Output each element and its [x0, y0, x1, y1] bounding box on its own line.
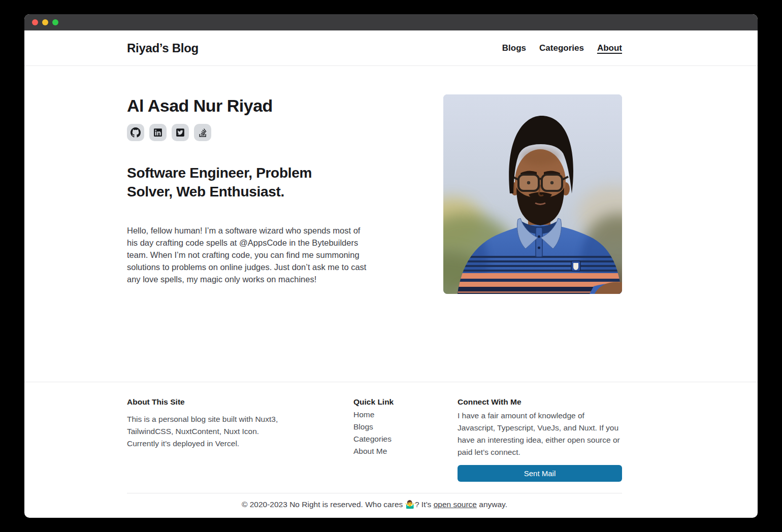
- footer-about-heading: About This Site: [127, 397, 279, 407]
- copyright-text: © 2020-2023 No Right is reserved. Who ca…: [242, 500, 405, 509]
- twitter-link[interactable]: [172, 124, 189, 141]
- github-link[interactable]: [127, 124, 144, 141]
- stackoverflow-link[interactable]: [194, 124, 211, 141]
- nav-about[interactable]: About: [597, 43, 622, 53]
- footer-quicklinks-section: Quick Link Home Blogs Categories About M…: [353, 397, 425, 482]
- shrug-emoji: 🤷‍♂️: [405, 500, 415, 509]
- site-footer: About This Site This is a personal blog …: [24, 382, 758, 518]
- footer-link-about-me[interactable]: About Me: [353, 445, 425, 457]
- copyright-suffix-text: anyway.: [477, 500, 507, 509]
- footer-link-blogs[interactable]: Blogs: [353, 421, 425, 433]
- footer-link-home[interactable]: Home: [353, 409, 425, 421]
- about-page: Al Asad Nur Riyad Software Engin: [24, 66, 758, 382]
- social-links: [127, 124, 371, 141]
- footer-connect-heading: Connect With Me: [458, 397, 622, 407]
- stackoverflow-icon: [199, 128, 207, 138]
- window-titlebar: [24, 14, 758, 30]
- linkedin-icon: [153, 128, 162, 137]
- maximize-button[interactable]: [52, 19, 58, 25]
- profile-photo: [443, 94, 622, 294]
- twitter-icon: [176, 128, 185, 137]
- photo-chest-badge: [571, 261, 580, 271]
- copyright-mid-text: ? It’s: [415, 500, 434, 509]
- footer-quicklinks-heading: Quick Link: [353, 397, 425, 407]
- footer-connect-section: Connect With Me I have a fair amount of …: [458, 397, 622, 482]
- copyright: © 2020-2023 No Right is reserved. Who ca…: [127, 493, 622, 509]
- open-source-link[interactable]: open source: [434, 500, 477, 509]
- footer-link-categories[interactable]: Categories: [353, 433, 425, 445]
- sent-mail-button[interactable]: Sent Mail: [458, 465, 622, 482]
- nav-blogs[interactable]: Blogs: [502, 43, 526, 53]
- site-header: Riyad’s Blog Blogs Categories About: [24, 30, 758, 66]
- tagline: Software Engineer, Problem Solver, Web E…: [127, 163, 340, 201]
- bio-text: Hello, fellow human! I’m a software wiza…: [127, 224, 367, 285]
- browser-window: Riyad’s Blog Blogs Categories About Al A…: [24, 14, 758, 518]
- main-nav: Blogs Categories About: [502, 43, 622, 53]
- github-icon: [131, 127, 141, 138]
- footer-about-section: About This Site This is a personal blog …: [127, 397, 279, 482]
- site-title[interactable]: Riyad’s Blog: [127, 41, 199, 55]
- linkedin-link[interactable]: [149, 124, 167, 141]
- footer-connect-text: I have a fair amount of knowledge of Jav…: [458, 410, 622, 458]
- close-button[interactable]: [32, 19, 38, 25]
- footer-about-text: This is a personal blog site built with …: [127, 413, 279, 450]
- page-title: Al Asad Nur Riyad: [127, 94, 371, 117]
- nav-categories[interactable]: Categories: [539, 43, 584, 53]
- minimize-button[interactable]: [42, 19, 48, 25]
